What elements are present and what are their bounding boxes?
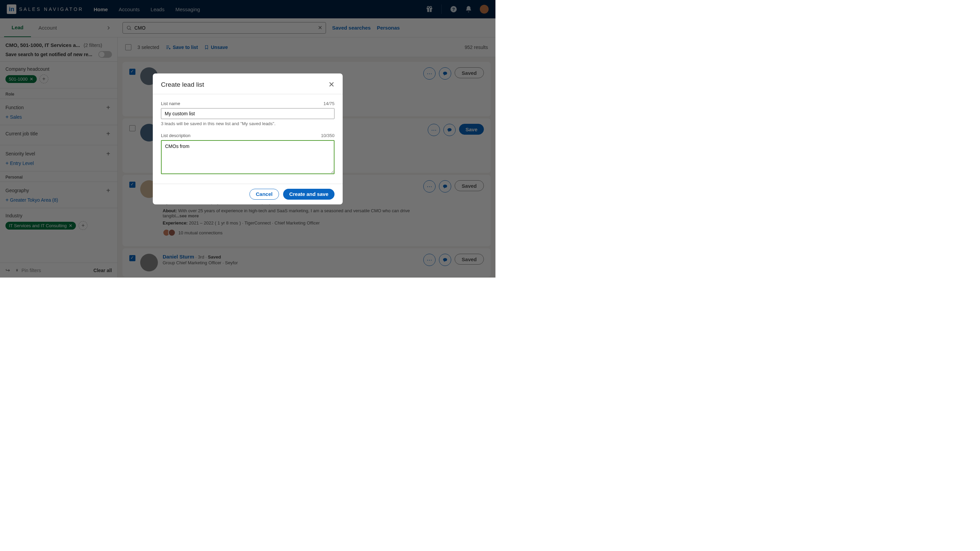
close-icon[interactable]: ✕ <box>328 80 334 89</box>
create-and-save-button[interactable]: Create and save <box>283 189 334 200</box>
list-desc-label: List description <box>161 133 191 138</box>
cancel-button[interactable]: Cancel <box>250 189 279 200</box>
list-name-hint: 3 leads will be saved in this new list a… <box>161 121 334 126</box>
list-name-charcount: 14/75 <box>323 101 334 106</box>
list-name-label: List name <box>161 101 180 106</box>
list-desc-charcount: 10/350 <box>321 133 334 138</box>
create-lead-list-modal: Create lead list ✕ List name 14/75 3 lea… <box>153 73 343 205</box>
modal-title: Create lead list <box>161 81 204 89</box>
modal-overlay[interactable]: Create lead list ✕ List name 14/75 3 lea… <box>0 0 495 278</box>
list-name-input[interactable] <box>161 108 334 119</box>
list-desc-textarea[interactable] <box>161 140 334 174</box>
